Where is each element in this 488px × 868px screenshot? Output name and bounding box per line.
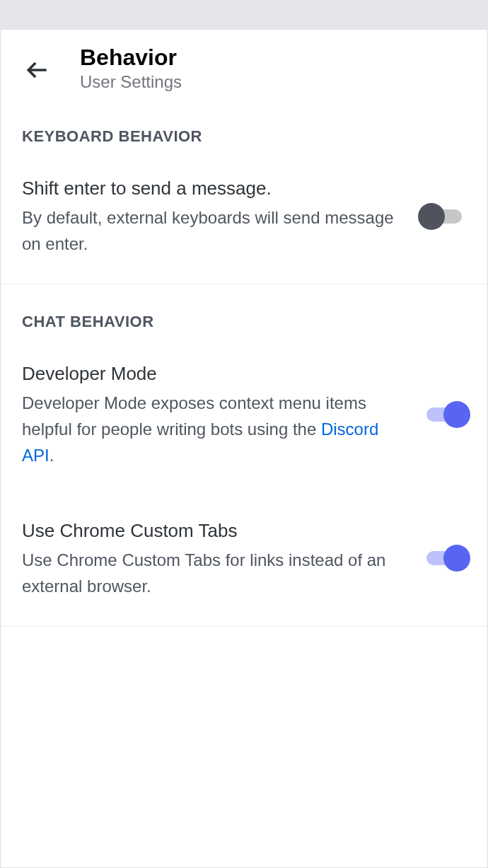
description-prefix: Developer Mode exposes context menu item… — [22, 393, 366, 439]
setting-description: Use Chrome Custom Tabs for links instead… — [22, 547, 408, 599]
toggle-developer-mode[interactable] — [422, 400, 466, 429]
back-button[interactable] — [22, 54, 53, 86]
setting-title: Developer Mode — [22, 361, 408, 386]
setting-developer-mode[interactable]: Developer Mode Developer Mode exposes co… — [1, 338, 487, 495]
setting-text: Use Chrome Custom Tabs Use Chrome Custom… — [22, 518, 422, 599]
page-subtitle: User Settings — [80, 72, 182, 92]
toggle-thumb — [443, 545, 470, 572]
section-gap — [1, 284, 487, 299]
toggle-thumb — [418, 203, 445, 230]
app-content: Behavior User Settings KEYBOARD BEHAVIOR… — [0, 30, 488, 868]
setting-title: Use Chrome Custom Tabs — [22, 518, 408, 543]
setting-shift-enter[interactable]: Shift enter to send a message. By defaul… — [1, 153, 487, 284]
page-title: Behavior — [80, 44, 182, 71]
header: Behavior User Settings — [1, 30, 487, 113]
status-bar — [0, 0, 488, 30]
section-header-keyboard: KEYBOARD BEHAVIOR — [1, 113, 487, 153]
header-text: Behavior User Settings — [80, 44, 182, 92]
setting-text: Shift enter to send a message. By defaul… — [22, 175, 422, 257]
toggle-thumb — [443, 401, 470, 428]
toggle-shift-enter[interactable] — [422, 202, 466, 231]
section-header-chat: CHAT BEHAVIOR — [1, 299, 487, 338]
arrow-left-icon — [25, 58, 50, 82]
setting-description: Developer Mode exposes context menu item… — [22, 390, 408, 469]
description-suffix: . — [50, 446, 54, 465]
setting-text: Developer Mode Developer Mode exposes co… — [22, 361, 422, 468]
setting-title: Shift enter to send a message. — [22, 175, 408, 201]
setting-chrome-tabs[interactable]: Use Chrome Custom Tabs Use Chrome Custom… — [1, 495, 487, 626]
setting-description: By default, external keyboards will send… — [22, 204, 408, 257]
toggle-chrome-tabs[interactable] — [422, 544, 466, 572]
divider — [1, 626, 487, 627]
